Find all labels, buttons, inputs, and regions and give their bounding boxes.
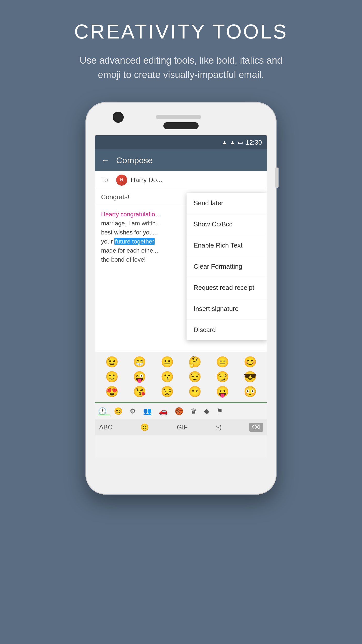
- avatar-inner: H: [116, 175, 127, 186]
- to-label: To: [101, 176, 111, 184]
- emoji-smile[interactable]: 😊: [240, 356, 260, 368]
- emoji-tongue[interactable]: 😛: [212, 385, 233, 398]
- emoji-kiss-heart[interactable]: 😘: [129, 385, 150, 398]
- category-people[interactable]: 👥: [143, 407, 152, 415]
- battery-icon: ▭: [238, 139, 243, 146]
- compose-area: To H Harry Do... Congrats! Hearty congra…: [95, 171, 267, 457]
- keyboard-abc-button[interactable]: ABC: [99, 423, 112, 431]
- dropdown-request-read-receipt[interactable]: Request read receipt: [187, 277, 267, 298]
- keyboard-text-row: ABC 🙂 GIF :-) ⌫: [95, 419, 267, 435]
- category-travel[interactable]: 🚗: [159, 407, 168, 415]
- page-title: CREATIVITY TOOLS: [74, 20, 288, 43]
- keyboard-emoticon-button[interactable]: :-): [215, 423, 222, 431]
- category-symbols[interactable]: ⚙: [130, 407, 136, 415]
- to-row: To H Harry Do...: [95, 171, 267, 189]
- signal-icon: ▲: [230, 139, 235, 146]
- category-symbols2[interactable]: ◆: [204, 407, 209, 415]
- emoji-no-mouth[interactable]: 😶: [185, 385, 205, 398]
- phone-side-button: [275, 168, 279, 188]
- keyboard-delete-button[interactable]: ⌫: [249, 423, 263, 432]
- emoji-row-1: 😉 😁 😐 🤔 😑 😊: [98, 356, 264, 368]
- emoji-heart-eyes[interactable]: 😍: [102, 385, 122, 398]
- phone-camera: [113, 112, 124, 123]
- dropdown-insert-signature[interactable]: Insert signature: [187, 298, 267, 319]
- emoji-row-3: 😍 😘 😒 😶 😛 😳: [98, 385, 264, 398]
- app-bar: ← Compose: [95, 149, 267, 171]
- app-bar-title: Compose: [116, 155, 153, 165]
- subject-text: Congrats!: [101, 193, 129, 201]
- back-button[interactable]: ←: [101, 155, 110, 166]
- emoji-row-2: 🙂 😜 😗 😌 😏 😎: [98, 371, 264, 383]
- dropdown-discard[interactable]: Discard: [187, 319, 267, 340]
- phone-frame: ▲ ▲ ▭ 12:30 ← Compose To H H: [85, 102, 277, 495]
- category-recent[interactable]: 🕐: [98, 407, 107, 415]
- keyboard-gif-button[interactable]: GIF: [177, 423, 188, 431]
- category-objects[interactable]: ♛: [191, 407, 197, 415]
- dropdown-show-cc-bcc[interactable]: Show Cc/Bcc: [187, 214, 267, 235]
- emoji-kissing[interactable]: 😗: [157, 371, 177, 383]
- status-time: 12:30: [246, 139, 262, 146]
- phone-speaker: [156, 115, 201, 119]
- page-subtitle: Use advanced editing tools, like bold, i…: [68, 53, 294, 82]
- emoji-wink[interactable]: 😉: [102, 356, 122, 368]
- category-flags[interactable]: ⚑: [216, 407, 223, 415]
- wifi-icon: ▲: [222, 139, 227, 146]
- keyboard-emoji-button[interactable]: 🙂: [140, 423, 149, 431]
- emoji-expressionless[interactable]: 😑: [212, 356, 233, 368]
- status-bar: ▲ ▲ ▭ 12:30: [95, 135, 267, 149]
- status-icons: ▲ ▲ ▭ 12:30: [222, 139, 262, 146]
- emoji-relieved[interactable]: 😌: [185, 371, 205, 383]
- phone-screen: ▲ ▲ ▭ 12:30 ← Compose To H H: [95, 135, 267, 457]
- emoji-category-bar: 🕐 😊 ⚙ 👥 🚗 🏀 ♛ ◆ ⚑: [95, 402, 267, 419]
- dropdown-enable-rich-text[interactable]: Enable Rich Text: [187, 235, 267, 256]
- highlighted-text: future together: [114, 238, 155, 245]
- phone-mockup: ▲ ▲ ▭ 12:30 ← Compose To H H: [85, 102, 277, 505]
- emoji-flushed[interactable]: 😳: [240, 385, 260, 398]
- emoji-grin[interactable]: 😁: [129, 356, 150, 368]
- emoji-unamused[interactable]: 😒: [157, 385, 177, 398]
- phone-earpiece: [163, 122, 199, 129]
- avatar: H: [116, 175, 127, 186]
- emoji-rows: 😉 😁 😐 🤔 😑 😊 🙂 😜 😗 😌 😏: [95, 352, 267, 402]
- dropdown-menu: Send later Show Cc/Bcc Enable Rich Text …: [187, 193, 267, 340]
- category-activities[interactable]: 🏀: [175, 407, 184, 415]
- emoji-sunglasses[interactable]: 😎: [240, 371, 260, 383]
- dropdown-send-later[interactable]: Send later: [187, 193, 267, 214]
- emoji-neutral[interactable]: 😐: [157, 356, 177, 368]
- dropdown-clear-formatting[interactable]: Clear Formatting: [187, 256, 267, 277]
- category-smileys[interactable]: 😊: [114, 407, 123, 415]
- recipient-chip[interactable]: Harry Do...: [131, 176, 162, 184]
- emoji-smirk[interactable]: 😏: [212, 371, 233, 383]
- emoji-wink-tongue[interactable]: 😜: [129, 371, 150, 383]
- emoji-thinking[interactable]: 🤔: [185, 356, 205, 368]
- emoji-keyboard: 😉 😁 😐 🤔 😑 😊 🙂 😜 😗 😌 😏: [95, 352, 267, 457]
- emoji-slightly-smile[interactable]: 🙂: [102, 371, 122, 383]
